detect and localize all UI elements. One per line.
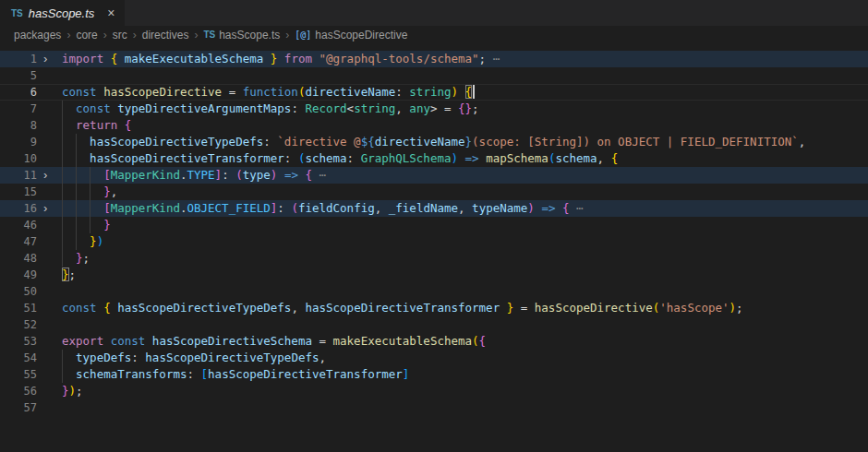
code-token: }	[62, 384, 69, 398]
code-line[interactable]: 47 })	[0, 233, 868, 250]
breadcrumb-item-packages[interactable]: packages	[14, 29, 61, 42]
breadcrumb-item-directives[interactable]: directives	[142, 29, 189, 42]
line-number: 6	[0, 84, 37, 101]
code-line[interactable]: 11› [MapperKind.TYPE]: (type) => { ⋯	[0, 167, 868, 184]
code-token: {	[611, 151, 619, 165]
code-line[interactable]: 56});	[0, 383, 868, 399]
indent-guide	[62, 150, 63, 167]
code-content: const { hasScopeDirectiveTypeDefs, hasSc…	[62, 300, 868, 316]
code-token: hasScopeDirectiveTypeDefs	[145, 351, 319, 364]
code-token	[62, 101, 76, 115]
code-line[interactable]: 7 const typeDirectiveArgumentMaps: Recor…	[0, 101, 868, 117]
chevron-right-icon: ›	[133, 29, 137, 42]
line-number: 47	[0, 233, 37, 250]
code-token: }	[103, 218, 111, 232]
line-number: 54	[0, 350, 37, 366]
close-icon[interactable]: ×	[107, 6, 115, 19]
code-line[interactable]: 57	[0, 399, 868, 416]
code-content: hasScopeDirectiveTransformer: (schema: G…	[62, 150, 868, 167]
code-line[interactable]: 8 return {	[0, 117, 868, 134]
code-token: any	[409, 101, 430, 115]
code-line[interactable]: 49};	[0, 267, 868, 283]
code-token	[103, 334, 111, 348]
code-token: Record	[305, 101, 346, 115]
text-cursor	[473, 85, 475, 99]
indent-guide	[62, 233, 63, 250]
code-content: schemaTransforms: [hasScopeDirectiveTran…	[62, 366, 868, 383]
editor-tab-hasscope[interactable]: TS hasScope.ts ×	[0, 0, 125, 26]
code-line[interactable]: 51const { hasScopeDirectiveTypeDefs, has…	[0, 300, 868, 316]
code-content: },	[62, 184, 868, 200]
breadcrumb-file[interactable]: TS hasScope.ts	[203, 29, 280, 42]
indent-guide	[62, 117, 63, 134]
code-token: makeExecutableSchema	[125, 52, 264, 65]
code-line[interactable]: 1›import { makeExecutableSchema } from "…	[0, 51, 868, 67]
line-number: 15	[0, 184, 37, 200]
code-token: hasScopeDirectiveTransformer	[90, 151, 284, 165]
code-line[interactable]: 5	[0, 67, 868, 84]
code-token: string	[409, 85, 451, 99]
code-token: (	[291, 201, 298, 215]
code-line[interactable]: 46 }	[0, 217, 868, 233]
code-line[interactable]: 6const hasScopeDirective = function(dire…	[0, 84, 868, 101]
code-token: fieldConfig	[298, 201, 375, 215]
code-line[interactable]: 15 },	[0, 184, 868, 200]
code-line[interactable]: 10 hasScopeDirectiveTransformer: (schema…	[0, 150, 868, 167]
code-token	[62, 351, 76, 364]
breadcrumb-symbol-name: hasScopeDirective	[315, 29, 407, 42]
breadcrumb-item-src[interactable]: src	[113, 29, 127, 42]
code-token: hasScopeDirectiveTransformer	[305, 301, 500, 315]
code-token: :	[131, 351, 145, 364]
indent-guide	[76, 184, 77, 200]
code-content: const hasScopeDirective = function(direc…	[62, 84, 868, 101]
code-content: }	[62, 217, 868, 233]
code-line[interactable]: 55 schemaTransforms: [hasScopeDirectiveT…	[0, 366, 868, 383]
code-token: {	[125, 118, 132, 132]
indent-guide	[76, 167, 77, 184]
line-number: 48	[0, 250, 37, 267]
code-token: GraphQLSchema	[361, 151, 452, 165]
line-number: 46	[0, 217, 37, 233]
fold-chevron-icon[interactable]: ›	[43, 167, 56, 183]
indent-guide	[76, 200, 77, 217]
code-token: :	[277, 201, 291, 215]
code-line[interactable]: 9 hasScopeDirectiveTypeDefs: `directive …	[0, 134, 868, 150]
line-number: 9	[0, 134, 37, 150]
code-token: > =	[430, 101, 458, 115]
code-token: =	[222, 85, 243, 99]
code-token: ⋯	[493, 52, 500, 65]
code-token: =	[312, 334, 333, 348]
code-token: TYPE	[187, 168, 214, 182]
code-token: const	[62, 85, 97, 99]
code-line[interactable]: 16› [MapperKind.OBJECT_FIELD]: (fieldCon…	[0, 200, 868, 217]
code-token: :	[187, 367, 200, 381]
line-number: 49	[0, 267, 37, 283]
code-line[interactable]: 52	[0, 316, 868, 333]
typescript-file-icon: TS	[203, 30, 215, 40]
line-number: 16	[0, 200, 37, 217]
code-token: ⋯	[312, 168, 326, 182]
code-line[interactable]: 48 };	[0, 250, 868, 267]
indent-guide	[90, 200, 90, 217]
symbol-variable-icon: [@]	[295, 30, 311, 40]
code-token: directiveName	[305, 85, 395, 99]
line-number: 52	[0, 316, 37, 333]
code-content: };	[62, 267, 868, 283]
code-token: :	[347, 151, 361, 165]
code-token: ;	[76, 384, 83, 398]
breadcrumb-item-core[interactable]: core	[76, 29, 97, 42]
code-line[interactable]: 53export const hasScopeDirectiveSchema =…	[0, 333, 868, 350]
line-number: 53	[0, 333, 37, 350]
breadcrumb: packages › core › src › directives › TS …	[0, 26, 868, 43]
code-token: =>	[465, 151, 479, 165]
code-token	[103, 52, 111, 65]
code-token: :	[263, 135, 277, 149]
code-editor[interactable]: 1›import { makeExecutableSchema } from "…	[0, 43, 868, 416]
code-token: return	[76, 118, 117, 132]
code-token	[479, 151, 487, 165]
breadcrumb-symbol[interactable]: [@] hasScopeDirective	[295, 29, 407, 42]
code-line[interactable]: 50	[0, 283, 868, 300]
fold-chevron-icon[interactable]: ›	[43, 200, 56, 216]
code-line[interactable]: 54 typeDefs: hasScopeDirectiveTypeDefs,	[0, 350, 868, 366]
fold-chevron-icon[interactable]: ›	[43, 51, 56, 66]
